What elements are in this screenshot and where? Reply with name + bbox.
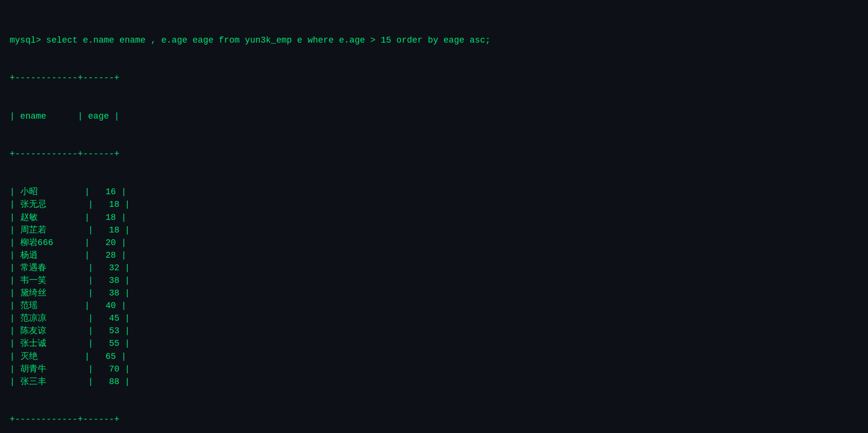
table-row: | 张无忌 | 18 | <box>10 198 858 211</box>
table-row: | 陈友谅 | 53 | <box>10 325 858 337</box>
table-border-top: +------------+------+ <box>10 72 858 84</box>
table-border-bottom: +------------+------+ <box>10 413 858 426</box>
table-row: | 柳岩666 | 20 | <box>10 236 858 249</box>
table-border-mid: +------------+------+ <box>10 148 858 160</box>
table-row: | 胡青牛 | 70 | <box>10 363 858 375</box>
table-row: | 范凉凉 | 45 | <box>10 312 858 325</box>
table-row: | 张士诚 | 55 | <box>10 337 858 350</box>
table-row: | 小昭 | 16 | <box>10 186 858 198</box>
command-line: mysql> select e.name ename , e.age eage … <box>10 34 858 46</box>
table-row: | 赵敏 | 18 | <box>10 211 858 224</box>
terminal-window: mysql> select e.name ename , e.age eage … <box>10 9 858 433</box>
table-body: | 小昭 | 16 || 张无忌 | 18 || 赵敏 | 18 || 周芷若 … <box>10 186 858 388</box>
table-row: | 常遇春 | 32 | <box>10 262 858 274</box>
table-row: | 张三丰 | 88 | <box>10 375 858 388</box>
table-row: | 范瑶 | 40 | <box>10 299 858 312</box>
table-row: | 杨逍 | 28 | <box>10 249 858 262</box>
table-row: | 韦一笑 | 38 | <box>10 274 858 287</box>
table-row: | 灭绝 | 65 | <box>10 350 858 363</box>
table-header: | ename | eage | <box>10 110 858 123</box>
table-row: | 黛绮丝 | 38 | <box>10 287 858 299</box>
table-row: | 周芷若 | 18 | <box>10 224 858 236</box>
